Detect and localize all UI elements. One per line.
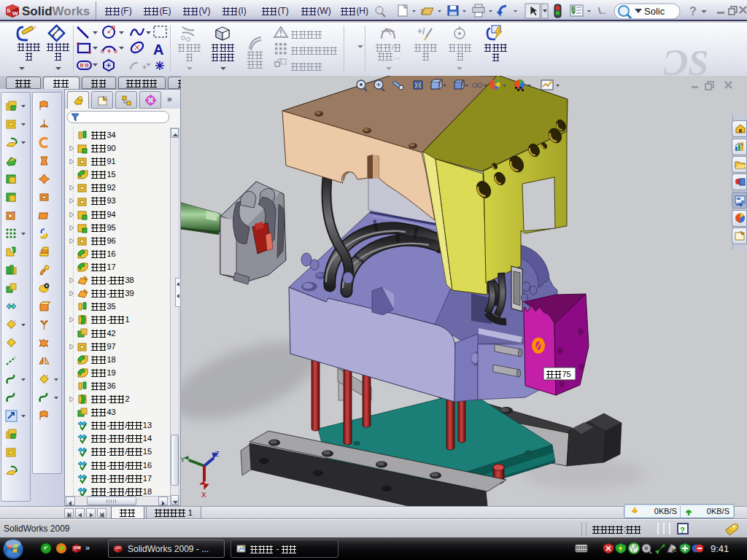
svg-text:!: ! [673,549,674,552]
svg-text:?: ? [689,5,697,18]
svg-text:SW: SW [74,545,81,550]
svg-text:W: W [12,10,18,17]
svg-text:ƆS: ƆS [663,42,708,79]
svg-text:SolidWorks: SolidWorks [22,4,90,18]
svg-text:SW: SW [115,545,121,550]
svg-text:Solic: Solic [644,6,665,17]
svg-text:X: X [201,491,206,499]
svg-text:?: ? [680,526,685,534]
svg-text:A: A [153,42,163,58]
svg-text:Z: Z [214,450,220,459]
svg-text:+/: +/ [417,26,425,36]
svg-text:\..: \.. [598,5,606,16]
svg-text:S: S [7,7,11,14]
svg-text:Y: Y [181,456,185,464]
